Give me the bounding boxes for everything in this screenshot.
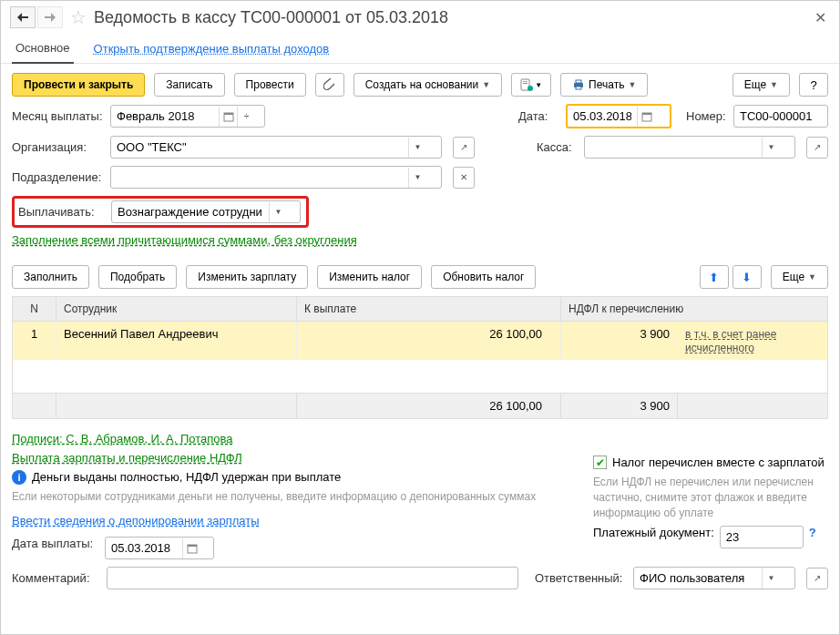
close-icon: ✕ [460,172,467,182]
cell-extra: в т.ч. в счет ранее исчисленного [678,322,827,360]
report-dropdown-button[interactable]: ▼ [511,73,551,97]
attach-button[interactable] [315,73,344,97]
th-employee[interactable]: Сотрудник [56,297,297,321]
info-icon: i [12,470,26,485]
dep-input[interactable] [111,167,408,188]
tax-with-salary-checkbox[interactable]: ✔ [593,456,607,469]
chevron-down-icon: ▼ [628,80,636,89]
cash-label: Касса: [537,140,577,154]
calendar-icon [223,111,234,122]
nav-back-button[interactable] [10,6,36,28]
th-number[interactable]: N [13,297,56,321]
date-input[interactable] [568,106,637,127]
comment-input[interactable] [108,568,517,589]
open-icon: ↗ [814,142,821,152]
dep-dropdown-button[interactable]: ▼ [408,168,426,188]
fill-all-sums-link[interactable]: Заполнение всеми причитающимися суммами,… [12,233,357,247]
extra-link[interactable]: в т.ч. в счет ранее исчисленного [685,328,776,354]
org-input[interactable] [111,137,408,158]
table-more-button[interactable]: Еще ▼ [771,265,828,289]
update-tax-button[interactable]: Обновить налог [431,265,536,289]
create-based-on-button[interactable]: Создать на основании ▼ [353,73,502,97]
month-calendar-button[interactable] [219,107,237,127]
payout-dropdown-button[interactable]: ▼ [269,202,287,222]
cash-dropdown-button[interactable]: ▼ [762,138,780,158]
print-button[interactable]: Печать ▼ [560,73,648,97]
post-button[interactable]: Провести [234,73,306,97]
chevron-down-icon: ▼ [768,143,775,151]
move-down-button[interactable]: ⬇ [732,265,762,289]
chevron-down-icon: ▼ [415,143,422,151]
chevron-down-icon: ▼ [482,80,490,89]
cell-pay: 26 100,00 [297,322,561,360]
post-and-close-button[interactable]: Провести и закрыть [12,73,145,97]
responsible-dropdown-button[interactable]: ▼ [762,568,780,589]
responsible-open-button[interactable]: ↗ [806,568,828,589]
more-button[interactable]: Еще ▼ [732,73,790,97]
tab-open-confirmation[interactable]: Открыть подтверждение выплаты доходов [90,36,333,63]
open-icon: ↗ [814,573,821,583]
page-title: Ведомость в кассу ТС00-000001 от 05.03.2… [94,8,804,27]
open-icon: ↗ [460,142,467,152]
month-label: Месяц выплаты: [12,109,103,123]
arrow-down-icon: ⬇ [742,271,752,284]
chevron-down-icon: ▼ [808,272,816,282]
payout-input[interactable] [112,201,269,222]
chevron-down-icon: ▼ [415,173,422,181]
edit-tax-button[interactable]: Изменить налог [317,265,422,289]
th-pay[interactable]: К выплате [297,297,561,321]
cash-input[interactable] [585,137,762,158]
updown-icon: ÷ [244,111,250,121]
salary-ndfl-link[interactable]: Выплата зарплаты и перечисление НДФЛ [12,451,242,465]
date-label: Дата: [518,109,558,123]
question-icon: ? [810,78,816,92]
deposit-info-link[interactable]: Ввести сведения о депонировании зарплаты [12,514,260,527]
document-icon [520,78,533,91]
cell-n: 1 [13,322,56,360]
svg-rect-8 [224,113,233,115]
date-calendar-button[interactable] [637,107,655,127]
favorite-star-icon[interactable]: ☆ [70,6,87,28]
move-up-button[interactable]: ⬆ [700,265,729,289]
window-close-button[interactable]: ✕ [811,9,830,26]
calendar-icon [187,543,198,554]
tab-main[interactable]: Основное [12,36,74,64]
paydoc-input[interactable] [721,527,794,548]
svg-rect-12 [188,545,197,547]
pay-date-calendar-button[interactable] [182,538,200,558]
chevron-down-icon: ▼ [275,208,282,216]
month-input[interactable] [111,106,219,127]
responsible-input[interactable] [634,568,762,589]
chevron-down-icon: ▼ [768,574,775,582]
chevron-down-icon: ▼ [770,80,778,89]
org-open-button[interactable]: ↗ [453,137,475,159]
org-dropdown-button[interactable]: ▼ [408,138,426,158]
nav-forward-button[interactable] [37,6,63,28]
employees-table: N Сотрудник К выплате НДФЛ к перечислени… [12,296,828,419]
th-ndfl[interactable]: НДФЛ к перечислению [561,297,827,321]
number-input[interactable] [734,106,818,127]
pay-date-input[interactable] [106,538,182,558]
help-button[interactable]: ? [799,73,828,97]
arrow-up-icon: ⬆ [709,271,719,284]
info-money-issued: Деньги выданы полностью, НДФЛ удержан пр… [32,470,341,484]
table-row[interactable]: 1 Весенний Павел Андреевич 26 100,00 3 9… [13,322,827,360]
chevron-down-icon: ▼ [535,81,542,89]
month-dropdown-button[interactable]: ÷ [237,107,255,127]
save-button[interactable]: Записать [154,73,224,97]
dep-label: Подразделение: [12,170,103,184]
calendar-icon [641,111,652,122]
arrow-right-icon [45,13,56,22]
total-ndfl: 3 900 [561,394,678,418]
svg-rect-1 [523,81,528,82]
paydoc-help[interactable]: ? [809,526,816,539]
edit-salary-button[interactable]: Изменить зарплату [186,265,308,289]
fill-button[interactable]: Заполнить [12,265,89,289]
comment-label: Комментарий: [12,571,99,585]
number-label: Номер: [686,109,726,123]
tax-hint: Если НДФЛ не перечислен или перечислен ч… [593,475,828,520]
signatures-link[interactable]: Подписи: С. В. Абрамов, И. А. Потапова [12,432,233,446]
cash-open-button[interactable]: ↗ [806,137,828,159]
dep-clear-button[interactable]: ✕ [453,167,475,189]
select-employee-button[interactable]: Подобрать [98,265,177,289]
